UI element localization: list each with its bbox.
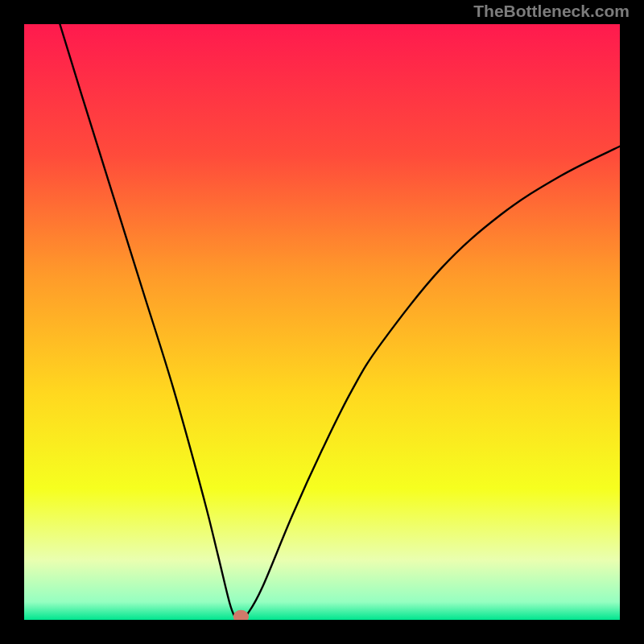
gradient-background bbox=[24, 24, 620, 620]
svg-rect-0 bbox=[24, 24, 620, 620]
chart-frame: TheBottleneck.com bbox=[0, 0, 644, 644]
watermark-text: TheBottleneck.com bbox=[473, 2, 630, 21]
plot-area bbox=[24, 24, 620, 620]
